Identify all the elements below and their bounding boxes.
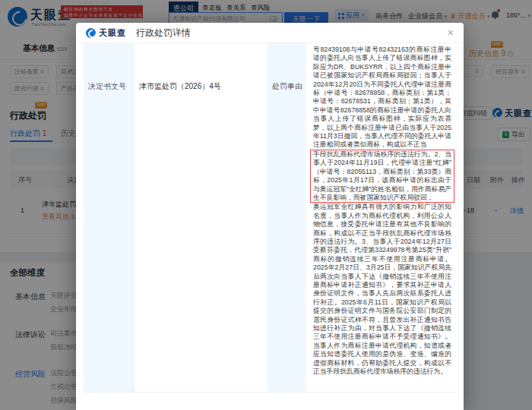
- value-decision-doc-no: 津市监处罚（2026）4号: [135, 43, 268, 392]
- penalty-table: 决定书文号 津市监处罚（2026）4号 处罚事由 号82439108与申请号82…: [84, 43, 456, 393]
- label-decision-doc-no: 决定书文号: [84, 43, 135, 392]
- tianyancha-logo-icon: [86, 28, 96, 38]
- penalty-reason-text: 号82439108与申请号82432163的商标注册申请的委托人向当事人上传了错…: [306, 43, 456, 392]
- label-penalty-reason: 处罚事由: [268, 43, 306, 392]
- reason-highlight-box: 手段扰乱商标代理市场秩序的违法行为。2、当事人于2024年11月19日，代理申请…: [310, 150, 454, 203]
- close-icon[interactable]: ×: [448, 27, 454, 38]
- reason-part1: 号82439108与申请号82432163的商标注册申请的委托人向当事人上传了错…: [313, 46, 451, 148]
- reason-part3: 奥运冠军全红婵具有很大的影响力和广泛的知名度，当事人作为商标代理机构，利用公众人…: [313, 203, 451, 375]
- modal-brand: 天眼查: [99, 27, 126, 39]
- modal-title: 行政处罚详情: [136, 27, 191, 39]
- modal-header: 天眼查 行政处罚详情 ×: [76, 23, 464, 43]
- modal-body: 决定书文号 津市监处罚（2026）4号 处罚事由 号82439108与申请号82…: [76, 43, 464, 393]
- penalty-detail-modal: 天眼查 行政处罚详情 × 决定书文号 津市监处罚（2026）4号 处罚事由 号8…: [76, 23, 464, 410]
